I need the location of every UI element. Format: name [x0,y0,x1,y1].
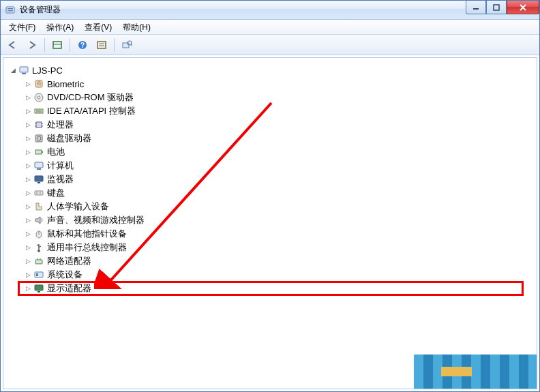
svg-rect-3 [473,8,479,10]
expand-icon[interactable]: ▷ [24,162,32,170]
svg-rect-47 [36,273,38,276]
expand-icon[interactable]: ▷ [24,80,32,88]
nav-forward-button[interactable] [24,37,40,53]
tree-root-label: LJS-PC [32,65,63,76]
tree-node-monitor[interactable]: ▷监视器 [18,172,537,186]
toolbar: ? [1,35,539,55]
svg-rect-31 [42,151,43,153]
hid-icon [33,201,44,212]
tree-node-computer[interactable]: ▷计算机 [18,159,537,172]
svg-rect-4 [494,5,499,10]
tree-node-sound[interactable]: ▷声音、视频和游戏控制器 [18,213,537,227]
svg-rect-9 [97,42,106,48]
menubar: 文件(F) 操作(A) 查看(V) 帮助(H) [1,20,539,35]
svg-rect-0 [6,7,14,13]
expand-icon[interactable]: ▷ [24,284,32,292]
expand-icon[interactable]: ▷ [24,243,32,252]
tree-node-system[interactable]: ▷系统设备 [18,268,537,282]
usb-icon [33,242,44,253]
svg-point-19 [38,96,40,99]
svg-rect-36 [35,191,43,195]
maximize-button[interactable] [486,1,507,14]
expand-icon[interactable]: ▷ [24,134,32,142]
tree-node-label: 网络适配器 [47,255,91,267]
tree-node-label: 人体学输入设备 [47,200,109,213]
svg-rect-33 [37,168,41,170]
expand-icon[interactable]: ▷ [24,216,32,224]
tree-node-label: 通用串行总线控制器 [47,241,127,254]
tree-children: ▷Biometric▷DVD/CD-ROM 驱动器▷IDE ATA/ATAPI … [3,77,537,295]
tree-node-optical[interactable]: ▷DVD/CD-ROM 驱动器 [18,91,537,104]
app-icon [5,5,16,16]
svg-text:?: ? [80,42,85,49]
svg-rect-48 [35,285,43,290]
tree-node-disk[interactable]: ▷磁盘驱动器 [18,132,537,145]
help-button[interactable]: ? [74,37,91,53]
menu-file[interactable]: 文件(F) [3,20,41,35]
expand-icon[interactable]: ▷ [24,107,32,115]
content-area: ◢ LJS-PC ▷Biometric▷DVD/CD-ROM 驱动器▷IDE A… [3,57,537,389]
minimize-button[interactable] [466,1,486,14]
computer-icon [18,65,29,76]
tree-node-usb[interactable]: ▷通用串行总线控制器 [18,241,537,254]
expand-icon[interactable]: ▷ [24,121,32,129]
expand-icon[interactable]: ▷ [24,175,32,183]
titlebar[interactable]: 设备管理器 [1,1,539,20]
svg-line-14 [131,44,132,46]
tree-node-mouse[interactable]: ▷鼠标和其他指针设备 [18,227,537,241]
tree-node-label: 鼠标和其他指针设备 [47,228,127,240]
tree-node-display[interactable]: ▷显示适配器 [18,282,537,295]
toolbar-separator [114,38,115,52]
monitor-icon [33,174,44,185]
show-hidden-button[interactable] [49,37,65,53]
properties-button[interactable] [93,37,110,53]
mouse-icon [33,228,44,239]
scan-hardware-button[interactable] [119,37,135,53]
tree-root[interactable]: ◢ LJS-PC [3,63,537,77]
menu-help[interactable]: 帮助(H) [117,20,156,35]
expand-icon[interactable]: ▷ [24,93,32,102]
tree-node-label: Biometric [47,79,84,89]
toolbar-separator [44,38,45,52]
svg-rect-49 [38,291,40,292]
menu-view[interactable]: 查看(V) [79,20,117,35]
svg-rect-32 [35,162,43,168]
toolbar-separator [70,38,70,52]
tree-node-biometric[interactable]: ▷Biometric [18,77,537,91]
collapse-icon[interactable]: ◢ [9,66,17,74]
menu-action[interactable]: 操作(A) [41,20,79,35]
expand-icon[interactable]: ▷ [24,271,32,279]
svg-rect-1 [7,8,13,10]
tree-node-label: IDE ATA/ATAPI 控制器 [47,105,136,117]
svg-rect-30 [35,150,42,154]
tree-node-keyboard[interactable]: ▷键盘 [18,186,537,200]
expand-icon[interactable]: ▷ [24,189,32,197]
svg-point-41 [38,250,40,252]
expand-icon[interactable]: ▷ [24,257,32,265]
tree-node-label: 系统设备 [47,269,82,281]
tree-node-ide[interactable]: ▷IDE ATA/ATAPI 控制器 [18,104,537,118]
svg-rect-2 [7,10,13,12]
tree-node-label: 处理器 [47,119,74,131]
tree-node-hid[interactable]: ▷人体学输入设备 [18,200,537,213]
keyboard-icon [33,187,44,198]
tree-node-battery[interactable]: ▷电池 [18,145,537,159]
close-button[interactable] [507,1,539,14]
tree-node-label: 键盘 [47,187,65,199]
device-tree: ◢ LJS-PC ▷Biometric▷DVD/CD-ROM 驱动器▷IDE A… [3,61,537,295]
svg-rect-15 [20,67,28,72]
tree-node-label: 计算机 [47,160,74,172]
svg-rect-46 [35,272,43,277]
tree-node-label: 监视器 [47,173,74,185]
display-icon [33,283,44,294]
tree-node-network[interactable]: ▷网络适配器 [18,254,537,268]
expand-icon[interactable]: ▷ [24,148,32,156]
nav-back-button[interactable] [5,37,21,53]
biometric-icon [33,78,44,89]
battery-icon [33,147,44,157]
svg-rect-43 [35,260,42,264]
tree-node-cpu[interactable]: ▷处理器 [18,118,537,132]
expand-icon[interactable]: ▷ [24,230,32,238]
svg-rect-35 [38,182,40,183]
expand-icon[interactable]: ▷ [24,202,32,211]
